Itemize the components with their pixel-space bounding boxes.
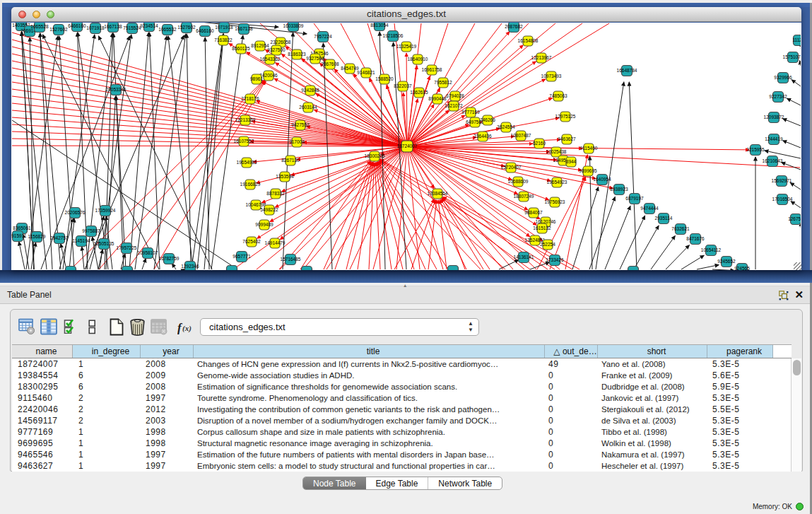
- svg-text:1065528: 1065528: [30, 24, 49, 29]
- svg-text:8365061: 8365061: [13, 226, 31, 230]
- svg-text:12505135: 12505135: [94, 241, 114, 246]
- svg-text:1353594: 1353594: [276, 174, 294, 179]
- svg-text:9777169: 9777169: [461, 110, 480, 115]
- svg-text:1615132: 1615132: [533, 226, 551, 230]
- svg-text:9099489: 9099489: [255, 222, 273, 227]
- svg-text:9899695: 9899695: [579, 168, 597, 173]
- svg-text:19756923: 19756923: [545, 199, 565, 204]
- svg-text:8938923: 8938923: [610, 187, 628, 192]
- svg-text:15751074: 15751074: [783, 54, 801, 59]
- svg-text:19166829: 19166829: [240, 182, 261, 187]
- svg-text:6879197: 6879197: [625, 196, 644, 201]
- svg-text:1527602: 1527602: [49, 27, 68, 32]
- svg-text:12093872: 12093872: [764, 115, 784, 119]
- svg-text:6466160: 6466160: [68, 23, 86, 28]
- svg-text:2087682: 2087682: [505, 24, 523, 29]
- svg-text:7625402: 7625402: [242, 239, 261, 244]
- svg-text:746266: 746266: [480, 117, 495, 122]
- svg-text:1156829: 1156829: [28, 234, 46, 239]
- svg-text:1244419: 1244419: [765, 136, 783, 141]
- svg-text:917004: 917004: [289, 139, 305, 144]
- svg-text:1145194: 1145194: [73, 238, 90, 243]
- svg-text:12213359: 12213359: [235, 117, 256, 122]
- svg-text:3624554: 3624554: [497, 124, 515, 129]
- svg-text:98961: 98961: [250, 76, 263, 81]
- svg-text:14914479: 14914479: [265, 240, 286, 245]
- svg-text:12975125: 12975125: [555, 114, 576, 119]
- svg-text:17957225: 17957225: [117, 245, 137, 250]
- svg-text:8944: 8944: [566, 159, 577, 164]
- svg-text:7955812: 7955812: [434, 80, 452, 85]
- svg-text:16648784: 16648784: [617, 68, 637, 73]
- svg-text:9884067: 9884067: [524, 210, 543, 215]
- svg-text:18640910: 18640910: [408, 57, 428, 62]
- svg-text:9329966: 9329966: [774, 75, 792, 80]
- svg-text:1667138: 1667138: [235, 26, 253, 31]
- svg-text:1733426: 1733426: [546, 257, 564, 262]
- svg-text:8454749: 8454749: [341, 66, 359, 71]
- svg-text:10688609: 10688609: [508, 179, 529, 184]
- svg-text:6794028: 6794028: [446, 93, 464, 98]
- svg-text:7163822: 7163822: [214, 37, 233, 42]
- svg-text:8660125: 8660125: [232, 46, 250, 51]
- svg-text:2364436: 2364436: [473, 134, 492, 139]
- svg-text:1292346: 1292346: [181, 264, 199, 269]
- svg-text:10654112: 10654112: [701, 247, 722, 252]
- svg-text:10046798: 10046798: [246, 202, 266, 207]
- svg-text:7632621: 7632621: [671, 226, 690, 231]
- svg-text:1621072: 1621072: [445, 103, 463, 108]
- svg-text:8322037: 8322037: [394, 83, 412, 88]
- svg-text:3215955: 3215955: [746, 147, 765, 152]
- svg-text:11128: 11128: [792, 37, 801, 42]
- svg-text:23226058: 23226058: [271, 40, 291, 45]
- svg-text:9327508: 9327508: [306, 56, 324, 61]
- svg-text:16033809: 16033809: [283, 23, 304, 28]
- svg-text:1362615: 1362615: [410, 90, 428, 95]
- svg-text:6466160: 6466160: [196, 28, 214, 33]
- svg-text:19654985: 19654985: [237, 160, 257, 165]
- svg-text:1640954: 1640954: [593, 177, 611, 182]
- svg-text:2935114: 2935114: [655, 216, 673, 221]
- svg-text:19654923: 19654923: [547, 180, 567, 185]
- svg-text:16107552: 16107552: [234, 139, 254, 144]
- svg-text:1588520: 1588520: [375, 76, 394, 81]
- svg-text:18300295: 18300295: [365, 153, 385, 158]
- svg-text:11325419: 11325419: [396, 44, 417, 49]
- svg-text:16961758: 16961758: [422, 67, 442, 72]
- svg-text:9474444: 9474444: [640, 206, 659, 211]
- svg-text:20206576: 20206576: [65, 210, 86, 215]
- svg-text:12213967: 12213967: [531, 55, 552, 60]
- svg-text:10958107: 10958107: [138, 250, 158, 255]
- svg-text:16782759: 16782759: [159, 256, 180, 261]
- svg-text:18807249: 18807249: [514, 194, 534, 199]
- svg-text:1071918: 1071918: [86, 25, 105, 30]
- svg-text:9234514: 9234514: [140, 23, 158, 28]
- svg-text:2867608: 2867608: [321, 62, 339, 66]
- svg-text:10973493: 10973493: [541, 74, 562, 78]
- svg-text:9463627: 9463627: [558, 136, 576, 141]
- svg-text:19384554: 19384554: [428, 191, 448, 196]
- svg-text:126753: 126753: [788, 216, 801, 221]
- svg-text:17359924: 17359924: [95, 208, 116, 213]
- svg-text:7515524: 7515524: [123, 25, 141, 30]
- svg-text:9657771: 9657771: [233, 254, 251, 259]
- svg-text:15720407: 15720407: [501, 165, 522, 170]
- svg-text:8990448: 8990448: [428, 96, 447, 101]
- svg-text:8912954: 8912954: [251, 43, 269, 48]
- svg-text:924565: 924565: [734, 266, 750, 270]
- svg-text:2942757: 2942757: [50, 235, 69, 240]
- svg-text:1527602: 1527602: [177, 25, 196, 30]
- svg-text:62160: 62160: [533, 141, 546, 146]
- svg-text:252254: 252254: [540, 242, 555, 247]
- svg-text:8878332: 8878332: [266, 191, 285, 196]
- svg-text:16543362: 16543362: [260, 57, 281, 62]
- svg-text:8267130: 8267130: [281, 158, 300, 163]
- svg-text:15716485: 15716485: [281, 257, 301, 262]
- svg-text:8471676: 8471676: [686, 236, 705, 241]
- svg-text:9146821: 9146821: [357, 70, 375, 75]
- svg-text:7485063: 7485063: [549, 93, 567, 98]
- svg-text:10807487: 10807487: [511, 133, 531, 138]
- svg-text:15692971: 15692971: [772, 178, 792, 183]
- svg-text:1667138: 1667138: [104, 24, 122, 29]
- svg-text:18724007: 18724007: [397, 144, 418, 148]
